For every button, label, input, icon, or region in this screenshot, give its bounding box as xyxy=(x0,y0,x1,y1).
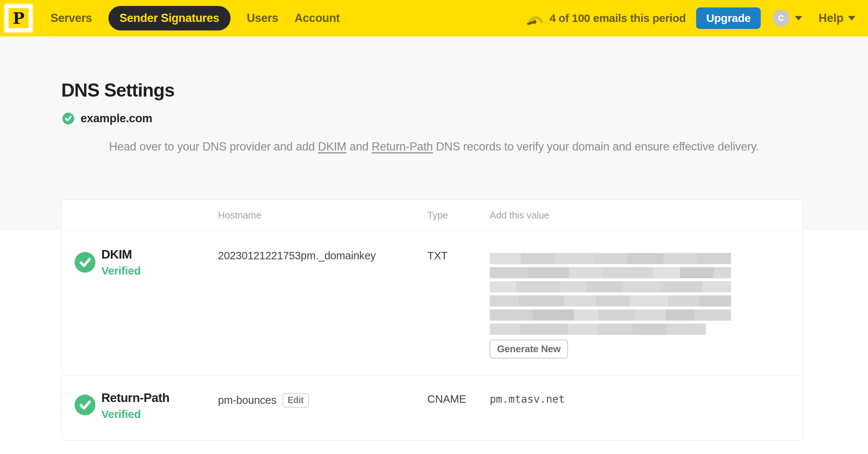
table-row-dkim: DKIM Verified 20230121221753pm._domainke… xyxy=(62,230,803,376)
postmark-logo-letter: P xyxy=(9,8,29,28)
record-hostname: 20230121221753pm._domainkey xyxy=(218,250,376,262)
upgrade-button[interactable]: Upgrade xyxy=(696,7,761,29)
dns-records-card: Hostname Type Add this value DKIM Verifi… xyxy=(61,200,803,441)
redacted-value-bar xyxy=(490,253,731,264)
usage-gauge-icon xyxy=(527,12,544,25)
edit-button[interactable]: Edit xyxy=(283,393,309,408)
check-circle-icon xyxy=(75,395,95,415)
redacted-value-bar xyxy=(490,309,731,321)
column-header-type: Type xyxy=(427,200,448,230)
record-name: DKIM xyxy=(101,247,132,262)
redacted-value-bar xyxy=(490,295,731,307)
record-hostname-group: pm-bounces Edit xyxy=(218,393,309,408)
nav-item-sender-signatures[interactable]: Sender Signatures xyxy=(108,6,231,30)
redacted-value-bar xyxy=(490,324,706,335)
page-title: DNS Settings xyxy=(61,80,174,101)
record-hostname: pm-bounces xyxy=(218,394,277,406)
nav-item-users[interactable]: Users xyxy=(247,12,278,25)
column-header-hostname: Hostname xyxy=(218,200,261,230)
dkim-link[interactable]: DKIM xyxy=(318,140,346,153)
redacted-value-bar xyxy=(490,267,731,278)
page-description: Head over to your DNS provider and add D… xyxy=(0,137,868,156)
redacted-value-bar xyxy=(490,281,731,292)
help-menu[interactable]: Help xyxy=(819,12,855,25)
nav-item-servers[interactable]: Servers xyxy=(50,12,92,25)
description-text: and xyxy=(346,140,372,153)
table-row-return-path: Return-Path Verified pm-bounces Edit CNA… xyxy=(62,376,803,440)
description-text: Head over to your DNS provider and add xyxy=(109,140,318,153)
record-name: Return-Path xyxy=(101,391,169,405)
domain-row: example.com xyxy=(61,111,152,126)
domain-name: example.com xyxy=(81,112,152,125)
record-type: TXT xyxy=(427,250,448,262)
table-header: Hostname Type Add this value xyxy=(62,200,803,230)
generate-new-button[interactable]: Generate New xyxy=(490,340,568,359)
nav-item-account[interactable]: Account xyxy=(294,12,340,25)
nav-right-cluster: 4 of 100 emails this period Upgrade C He… xyxy=(527,7,855,29)
verified-seal-icon xyxy=(61,111,75,126)
account-menu[interactable]: C xyxy=(773,10,802,27)
status-badge: Verified xyxy=(101,265,141,277)
caret-down-icon xyxy=(848,16,855,20)
primary-nav: Servers Sender Signatures Users Account xyxy=(50,6,340,30)
status-badge: Verified xyxy=(101,408,141,421)
postmark-logo-icon[interactable]: P xyxy=(4,3,33,33)
return-path-link[interactable]: Return-Path xyxy=(372,140,433,153)
description-text: DNS records to verify your domain and en… xyxy=(433,140,759,153)
redacted-value xyxy=(490,253,731,338)
check-circle-icon xyxy=(75,252,95,273)
avatar[interactable]: C xyxy=(773,10,790,27)
column-header-value: Add this value xyxy=(490,200,549,230)
record-value: pm.mtasv.net xyxy=(490,393,565,405)
caret-down-icon xyxy=(795,16,802,20)
help-label: Help xyxy=(819,12,843,25)
top-nav: P Servers Sender Signatures Users Accoun… xyxy=(0,0,868,36)
usage-counter: 4 of 100 emails this period xyxy=(549,12,686,25)
record-type: CNAME xyxy=(427,393,466,405)
